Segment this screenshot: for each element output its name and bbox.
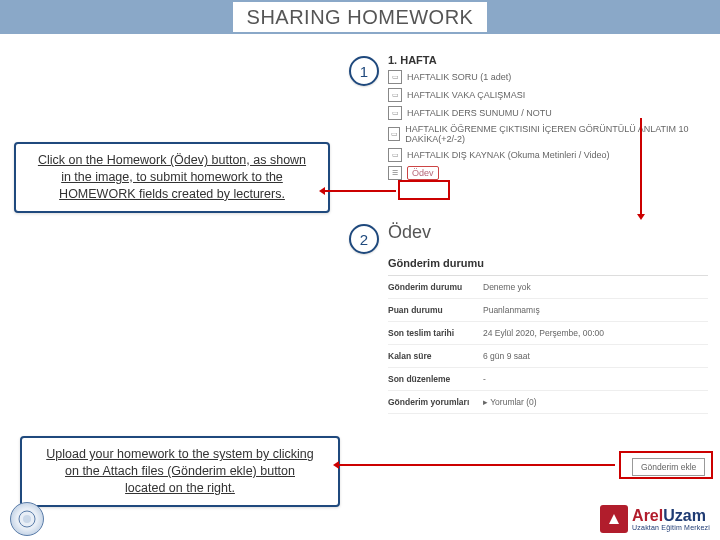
activity-item: ▭HAFTALIK DIŞ KAYNAK (Okuma Metinleri / … <box>388 148 703 162</box>
instruction-callout-2: Upload your homework to the system by cl… <box>20 436 340 507</box>
file-icon: ▭ <box>388 127 400 141</box>
activity-homework[interactable]: ☰Ödev <box>388 166 703 180</box>
activity-item: ▭HAFTALIK VAKA ÇALIŞMASI <box>388 88 703 102</box>
week-panel: 1. HAFTA ▭HAFTALIK SORU (1 adet) ▭HAFTAL… <box>388 54 703 184</box>
brand-tagline: Uzaktan Eğitim Merkezi <box>632 524 710 531</box>
arrow-right-icon <box>321 190 396 192</box>
seal-logo <box>10 502 44 536</box>
title-bar: SHARING HOMEWORK <box>0 0 720 34</box>
brand-mark-icon <box>600 505 628 533</box>
instruction-callout-1: Click on the Homework (Ödev) button, as … <box>14 142 330 213</box>
page-title: SHARING HOMEWORK <box>233 2 488 32</box>
svg-point-1 <box>23 515 31 523</box>
step-badge-2: 2 <box>349 224 379 254</box>
arrow-down-icon <box>640 118 642 218</box>
table-row: Son düzenleme- <box>388 368 708 391</box>
table-row: Puan durumuPuanlanmamış <box>388 299 708 322</box>
seal-icon <box>17 509 37 529</box>
submission-status-heading: Gönderim durumu <box>388 257 708 269</box>
homework-icon: ☰ <box>388 166 402 180</box>
week-heading: 1. HAFTA <box>388 54 703 66</box>
activity-item: ▭HAFTALIK DERS SUNUMU / NOTU <box>388 106 703 120</box>
table-row: Gönderim durumuDeneme yok <box>388 276 708 299</box>
table-row: Son teslim tarihi24 Eylül 2020, Perşembe… <box>388 322 708 345</box>
file-icon: ▭ <box>388 106 402 120</box>
table-row: Kalan süre6 gün 9 saat <box>388 345 708 368</box>
file-icon: ▭ <box>388 88 402 102</box>
file-icon: ▭ <box>388 70 402 84</box>
file-icon: ▭ <box>388 148 402 162</box>
arrow-left-icon <box>335 464 615 466</box>
assignment-title: Ödev <box>388 222 708 243</box>
activity-item: ▭HAFTALIK SORU (1 adet) <box>388 70 703 84</box>
table-row: Gönderim yorumları▸ Yorumlar (0) <box>388 391 708 414</box>
svg-marker-2 <box>609 514 619 524</box>
highlight-box <box>619 451 713 479</box>
footer: ArelUzam Uzaktan Eğitim Merkezi <box>0 498 720 540</box>
brand-name: ArelUzam <box>632 508 710 524</box>
status-table: Gönderim durumuDeneme yok Puan durumuPua… <box>388 275 708 414</box>
highlight-box <box>398 180 450 200</box>
brand-logo: ArelUzam Uzaktan Eğitim Merkezi <box>600 505 710 533</box>
step-badge-1: 1 <box>349 56 379 86</box>
assignment-panel: Ödev Gönderim durumu Gönderim durumuDene… <box>388 222 708 414</box>
activity-item: ▭HAFTALIK ÖĞRENME ÇIKTISINI İÇEREN GÖRÜN… <box>388 124 703 144</box>
